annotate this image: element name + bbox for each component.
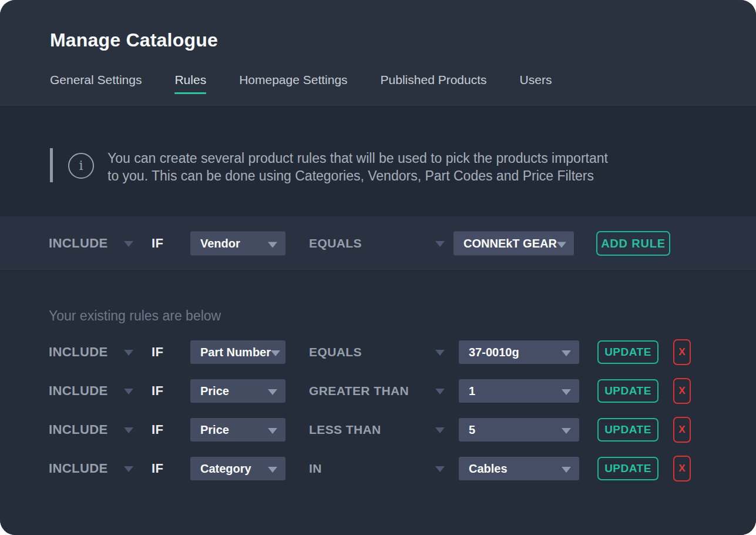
info-accent-bar bbox=[50, 148, 53, 182]
existing-rules-heading: Your existing rules are below bbox=[49, 308, 221, 324]
include-select-label[interactable]: INCLUDE bbox=[49, 383, 108, 399]
info-text: You can create several product rules tha… bbox=[107, 149, 608, 185]
value-select-value: CONNEkT GEAR bbox=[463, 237, 557, 250]
rule-row: INCLUDE IF Price LESS THAN 5 UPDATE X bbox=[0, 418, 756, 442]
chevron-down-icon bbox=[557, 242, 566, 248]
delete-rule-button[interactable]: X bbox=[673, 339, 691, 365]
field-select-value: Vendor bbox=[200, 237, 240, 250]
include-select-label[interactable]: INCLUDE bbox=[49, 236, 108, 251]
chevron-down-icon bbox=[562, 389, 571, 395]
chevron-down-icon bbox=[268, 428, 277, 434]
info-section: i You can create several product rules t… bbox=[0, 108, 756, 216]
chevron-down-icon bbox=[562, 467, 571, 473]
chevron-down-icon[interactable] bbox=[124, 466, 133, 472]
value-select-value: 1 bbox=[469, 384, 475, 398]
chevron-down-icon[interactable] bbox=[124, 389, 133, 394]
chevron-down-icon[interactable] bbox=[435, 466, 445, 472]
if-label: IF bbox=[152, 236, 163, 251]
operator-select-label[interactable]: IN bbox=[309, 462, 322, 476]
include-select-label[interactable]: INCLUDE bbox=[49, 461, 108, 476]
field-select-value: Part Number bbox=[200, 346, 271, 359]
rules-list: INCLUDE IF Part Number EQUALS 37-0010g U… bbox=[0, 340, 756, 496]
rule-row: INCLUDE IF Part Number EQUALS 37-0010g U… bbox=[0, 340, 756, 364]
rule-builder: INCLUDE IF Vendor EQUALS CONNEkT GEAR AD… bbox=[0, 216, 756, 271]
value-select[interactable]: 5 bbox=[459, 418, 579, 442]
update-button[interactable]: UPDATE bbox=[597, 379, 658, 403]
operator-select-label[interactable]: EQUALS bbox=[309, 345, 362, 359]
info-text-line1: You can create several product rules tha… bbox=[107, 149, 608, 167]
delete-rule-button[interactable]: X bbox=[673, 378, 691, 404]
info-icon-glyph: i bbox=[79, 159, 83, 172]
tab-rules[interactable]: Rules bbox=[174, 73, 206, 94]
page-title: Manage Catalogue bbox=[50, 29, 218, 51]
value-select[interactable]: Cables bbox=[459, 457, 579, 480]
update-button[interactable]: UPDATE bbox=[597, 457, 658, 480]
if-label: IF bbox=[152, 461, 163, 476]
tab-general-settings[interactable]: General Settings bbox=[50, 73, 142, 94]
info-text-line2: to you. This can be done using Categorie… bbox=[107, 167, 608, 185]
field-select[interactable]: Price bbox=[190, 418, 285, 442]
chevron-down-icon bbox=[268, 242, 277, 248]
include-select-label[interactable]: INCLUDE bbox=[49, 422, 108, 437]
field-select[interactable]: Category bbox=[190, 457, 285, 480]
if-label: IF bbox=[152, 422, 163, 437]
tab-bar: General Settings Rules Homepage Settings… bbox=[50, 73, 552, 94]
if-label: IF bbox=[152, 383, 163, 399]
rule-row: INCLUDE IF Category IN Cables UPDATE X bbox=[0, 457, 756, 480]
field-select-value: Price bbox=[200, 423, 229, 437]
add-rule-button[interactable]: ADD RULE bbox=[596, 231, 670, 256]
delete-rule-button[interactable]: X bbox=[673, 456, 691, 482]
manage-catalogue-panel: Manage Catalogue General Settings Rules … bbox=[0, 0, 756, 535]
chevron-down-icon[interactable] bbox=[124, 241, 133, 247]
operator-select-label[interactable]: EQUALS bbox=[309, 236, 362, 250]
field-select[interactable]: Price bbox=[190, 379, 285, 403]
update-button[interactable]: UPDATE bbox=[597, 340, 658, 364]
value-select-value: 37-0010g bbox=[469, 346, 519, 359]
chevron-down-icon[interactable] bbox=[435, 389, 445, 394]
operator-select-label[interactable]: LESS THAN bbox=[309, 423, 381, 437]
existing-rules-section: Your existing rules are below INCLUDE IF… bbox=[0, 272, 756, 535]
operator-select-label[interactable]: GREATER THAN bbox=[309, 384, 409, 398]
tab-homepage-settings[interactable]: Homepage Settings bbox=[239, 73, 347, 94]
chevron-down-icon[interactable] bbox=[435, 427, 445, 433]
if-label: IF bbox=[152, 345, 163, 360]
include-select-label[interactable]: INCLUDE bbox=[49, 345, 108, 360]
delete-rule-button[interactable]: X bbox=[673, 417, 691, 443]
tab-users[interactable]: Users bbox=[520, 73, 552, 94]
chevron-down-icon bbox=[271, 350, 280, 356]
update-button[interactable]: UPDATE bbox=[597, 418, 658, 442]
chevron-down-icon bbox=[562, 350, 571, 356]
field-select[interactable]: Vendor bbox=[190, 232, 285, 256]
chevron-down-icon[interactable] bbox=[435, 241, 445, 247]
chevron-down-icon[interactable] bbox=[124, 427, 133, 433]
field-select-value: Category bbox=[200, 462, 251, 476]
rule-row: INCLUDE IF Price GREATER THAN 1 UPDATE X bbox=[0, 379, 756, 403]
chevron-down-icon[interactable] bbox=[435, 350, 445, 356]
field-select[interactable]: Part Number bbox=[190, 340, 285, 364]
value-select-value: 5 bbox=[469, 423, 475, 437]
value-select[interactable]: CONNEkT GEAR bbox=[453, 232, 574, 256]
chevron-down-icon bbox=[268, 467, 277, 473]
value-select-value: Cables bbox=[469, 462, 508, 476]
chevron-down-icon bbox=[268, 389, 277, 395]
chevron-down-icon bbox=[562, 428, 571, 434]
chevron-down-icon[interactable] bbox=[124, 350, 133, 356]
value-select[interactable]: 1 bbox=[459, 379, 579, 403]
value-select[interactable]: 37-0010g bbox=[459, 340, 579, 364]
field-select-value: Price bbox=[200, 384, 229, 398]
tab-published-products[interactable]: Published Products bbox=[381, 73, 487, 94]
header: Manage Catalogue General Settings Rules … bbox=[0, 0, 756, 107]
info-icon: i bbox=[68, 153, 94, 179]
